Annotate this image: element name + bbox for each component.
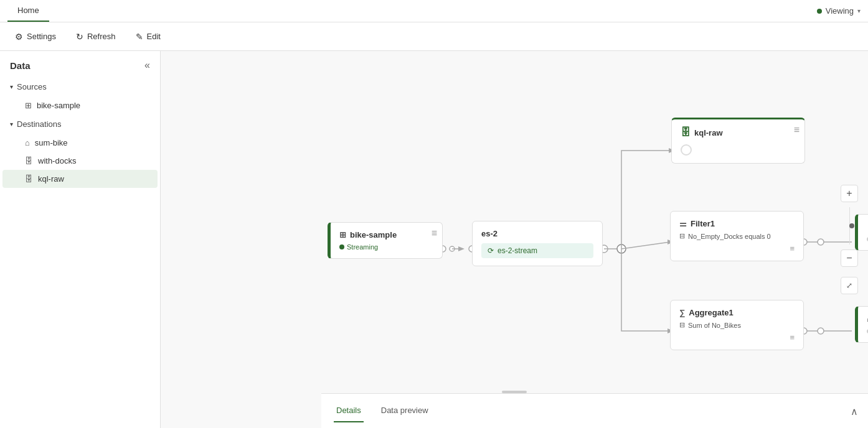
sidebar-title: Data <box>10 60 31 71</box>
bike-sample-menu-icon[interactable]: ≡ <box>432 228 437 239</box>
refresh-label: Refresh <box>87 32 116 41</box>
viewing-badge[interactable]: Viewing ▾ <box>817 6 861 16</box>
edit-button[interactable]: ✎ Edit <box>128 28 168 45</box>
kql-raw-node-title: 🗄 kql-raw <box>681 127 723 138</box>
filter1-menu-icon[interactable]: ≡ <box>790 244 795 253</box>
destinations-label: Destinations <box>17 119 62 129</box>
main-layout: Data « ▾ Sources ⊞ bike-sample ▾ Destina… <box>0 51 868 428</box>
bike-sample-subtitle: Streaming <box>339 243 433 251</box>
svg-point-1 <box>450 246 455 251</box>
edit-icon: ✎ <box>136 32 143 42</box>
sidebar-item-label: sum-bike <box>35 138 68 147</box>
filter-icon: ⚌ <box>679 219 687 228</box>
refresh-button[interactable]: ↻ Refresh <box>68 28 123 45</box>
tab-data-preview[interactable]: Data preview <box>379 399 431 422</box>
sidebar-collapse-button[interactable]: « <box>144 60 150 71</box>
kql-raw-menu-icon[interactable]: ≡ <box>794 124 800 136</box>
node-es2[interactable]: es-2 ⟳ es-2-stream <box>472 221 603 266</box>
sum-bike-icon: ⌂ <box>25 138 30 147</box>
viewing-dot <box>817 9 822 14</box>
edit-label: Edit <box>147 32 161 41</box>
home-tab[interactable]: Home <box>7 0 49 22</box>
fit-view-button[interactable]: ⤢ <box>841 277 858 294</box>
sidebar-item-sum-bike[interactable]: ⌂ sum-bike <box>2 134 158 152</box>
top-bar: Home Viewing ▾ <box>0 0 868 22</box>
filter-condition-icon: ⊟ <box>679 232 685 240</box>
aggregate1-condition: ⊟ Sum of No_Bikes <box>679 321 795 329</box>
aggregate1-menu-icon[interactable]: ≡ <box>790 333 795 342</box>
kql-raw-icon: 🗄 <box>25 174 33 184</box>
node-kql-raw[interactable]: 🗄 kql-raw ≡ <box>671 118 805 164</box>
refresh-icon: ↻ <box>76 32 83 42</box>
settings-label: Settings <box>27 32 56 41</box>
with-docks-icon: 🗄 <box>25 156 33 165</box>
destinations-section-header[interactable]: ▾ Destinations <box>0 114 160 134</box>
svg-point-21 <box>818 328 824 334</box>
es2-node-title: es-2 <box>481 229 498 238</box>
svg-marker-3 <box>458 246 465 251</box>
viewing-label: Viewing <box>826 6 854 16</box>
kql-raw-node-icon: 🗄 <box>681 127 691 138</box>
filter1-node-title: ⚌ Filter1 <box>679 219 715 228</box>
tab-details[interactable]: Details <box>334 399 364 422</box>
table-icon: ⊞ <box>25 101 32 110</box>
sidebar-item-label: bike-sample <box>37 101 80 110</box>
zoom-divider <box>849 207 850 244</box>
settings-icon: ⚙ <box>15 32 23 42</box>
sidebar: Data « ▾ Sources ⊞ bike-sample ▾ Destina… <box>0 51 161 428</box>
svg-point-15 <box>818 239 824 245</box>
sources-label: Sources <box>17 82 47 91</box>
svg-line-10 <box>621 242 670 249</box>
sidebar-item-label: with-docks <box>38 156 76 165</box>
zoom-controls: + − ⤢ <box>841 185 858 294</box>
sidebar-item-label: kql-raw <box>38 174 64 184</box>
streaming-dot <box>339 244 344 249</box>
bike-sample-node-icon: ⊞ <box>339 230 346 240</box>
es2-stream-icon: ⟳ <box>488 246 494 255</box>
sources-chevron: ▾ <box>10 83 13 90</box>
sidebar-item-with-docks[interactable]: 🗄 with-docks <box>2 152 158 170</box>
es2-stream: ⟳ es-2-stream <box>481 243 593 258</box>
kql-loading-spinner <box>681 144 692 156</box>
node-bike-sample[interactable]: ⊞ bike-sample ≡ Streaming <box>328 222 443 259</box>
sidebar-item-kql-raw[interactable]: 🗄 kql-raw <box>2 170 158 188</box>
sidebar-header: Data « <box>0 51 160 77</box>
destinations-chevron: ▾ <box>10 121 13 128</box>
aggregate-icon: ∑ <box>679 308 685 317</box>
settings-button[interactable]: ⚙ Settings <box>7 28 64 45</box>
node-sum-bike[interactable]: ⌂ sum-bike ≡ Created <box>855 306 868 343</box>
aggregate-condition-icon: ⊟ <box>679 321 685 329</box>
svg-point-7 <box>617 244 626 253</box>
aggregate1-node-title: ∑ Aggregate1 <box>679 308 734 317</box>
zoom-in-button[interactable]: + <box>841 185 858 202</box>
filter1-condition: ⊟ No_Empty_Docks equals 0 <box>679 232 795 240</box>
sources-section-header[interactable]: ▾ Sources <box>0 77 160 96</box>
zoom-out-button[interactable]: − <box>841 249 858 267</box>
bottom-panel: Details Data preview ∧ <box>321 393 868 428</box>
toolbar: ⚙ Settings ↻ Refresh ✎ Edit <box>0 22 868 51</box>
bottom-panel-collapse-button[interactable]: ∧ <box>851 405 858 417</box>
canvas-area[interactable]: ⊞ bike-sample ≡ Streaming es-2 ⟳ es-2-st… <box>161 51 868 428</box>
viewing-chevron: ▾ <box>857 7 861 14</box>
node-aggregate1[interactable]: ∑ Aggregate1 ⊟ Sum of No_Bikes ≡ <box>670 300 804 350</box>
sidebar-item-bike-sample[interactable]: ⊞ bike-sample <box>2 96 158 114</box>
bike-sample-node-title: ⊞ bike-sample <box>339 230 397 240</box>
node-filter1[interactable]: ⚌ Filter1 ⊟ No_Empty_Docks equals 0 ≡ <box>670 211 804 261</box>
